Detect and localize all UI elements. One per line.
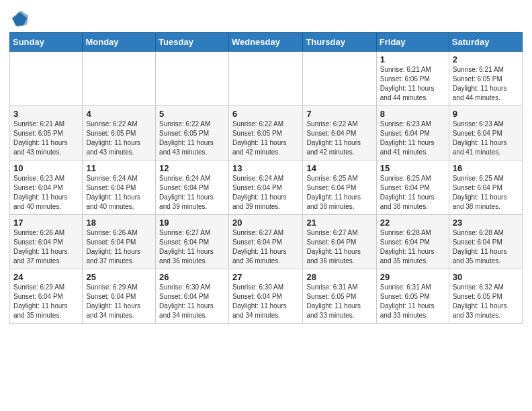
sunset-info: Sunset: 6:04 PM (453, 130, 502, 137)
day-number: 8 (380, 109, 445, 119)
sunrise-info: Sunrise: 6:29 AM (86, 283, 137, 291)
day-number: 30 (453, 272, 519, 282)
daylight-info: Daylight: 11 hours (380, 85, 435, 92)
daylight-minutes: and 33 minutes. (306, 312, 354, 319)
calendar-cell: 11Sunrise: 6:24 AMSunset: 6:04 PMDayligh… (83, 161, 156, 215)
calendar-week-row: 17Sunrise: 6:26 AMSunset: 6:04 PMDayligh… (10, 215, 523, 269)
sunrise-info: Sunrise: 6:21 AM (13, 120, 64, 128)
sunrise-info: Sunrise: 6:27 AM (232, 229, 283, 236)
daylight-minutes: and 44 minutes. (380, 94, 428, 101)
sunset-info: Sunset: 6:05 PM (453, 293, 502, 300)
daylight-info: Daylight: 11 hours (232, 139, 287, 146)
weekday-header-friday: Friday (376, 33, 449, 52)
daylight-minutes: and 37 minutes. (13, 257, 61, 265)
daylight-minutes: and 36 minutes. (232, 257, 280, 265)
sunset-info: Sunset: 6:04 PM (306, 184, 356, 191)
calendar-cell: 9Sunrise: 6:23 AMSunset: 6:04 PMDaylight… (449, 106, 522, 161)
daylight-minutes: and 41 minutes. (380, 148, 428, 156)
calendar-cell: 18Sunrise: 6:26 AMSunset: 6:04 PMDayligh… (83, 215, 156, 269)
calendar-week-row: 10Sunrise: 6:23 AMSunset: 6:04 PMDayligh… (10, 161, 523, 215)
day-number: 4 (86, 109, 152, 119)
day-info: Sunrise: 6:21 AMSunset: 6:06 PMDaylight:… (380, 65, 445, 103)
sunset-info: Sunset: 6:04 PM (232, 293, 282, 300)
day-info: Sunrise: 6:27 AMSunset: 6:04 PMDaylight:… (159, 228, 225, 266)
sunrise-info: Sunrise: 6:23 AM (453, 120, 504, 128)
calendar-cell: 14Sunrise: 6:25 AMSunset: 6:04 PMDayligh… (303, 161, 376, 215)
day-info: Sunrise: 6:29 AMSunset: 6:04 PMDaylight:… (13, 283, 79, 320)
daylight-info: Daylight: 11 hours (13, 248, 68, 255)
daylight-minutes: and 34 minutes. (232, 312, 280, 319)
calendar-cell: 5Sunrise: 6:22 AMSunset: 6:05 PMDaylight… (156, 106, 229, 161)
day-number: 28 (306, 272, 372, 282)
sunset-info: Sunset: 6:04 PM (232, 238, 282, 246)
day-number: 14 (306, 163, 372, 173)
header (9, 7, 523, 28)
weekday-header-thursday: Thursday (303, 33, 376, 52)
day-number: 17 (13, 218, 79, 228)
sunset-info: Sunset: 6:04 PM (380, 238, 430, 246)
weekday-header-saturday: Saturday (449, 33, 522, 52)
day-info: Sunrise: 6:26 AMSunset: 6:04 PMDaylight:… (13, 228, 79, 266)
sunrise-info: Sunrise: 6:22 AM (86, 120, 137, 128)
sunrise-info: Sunrise: 6:27 AM (306, 229, 357, 236)
sunrise-info: Sunrise: 6:23 AM (13, 175, 64, 182)
sunset-info: Sunset: 6:04 PM (380, 184, 430, 191)
daylight-minutes: and 34 minutes. (159, 312, 207, 319)
calendar-cell: 6Sunrise: 6:22 AMSunset: 6:05 PMDaylight… (228, 106, 302, 161)
sunrise-info: Sunrise: 6:24 AM (159, 175, 210, 182)
day-info: Sunrise: 6:24 AMSunset: 6:04 PMDaylight:… (232, 174, 299, 212)
daylight-info: Daylight: 11 hours (86, 193, 140, 201)
sunset-info: Sunset: 6:04 PM (159, 238, 209, 246)
day-info: Sunrise: 6:28 AMSunset: 6:04 PMDaylight:… (380, 228, 445, 266)
daylight-minutes: and 37 minutes. (86, 257, 134, 265)
day-number: 9 (453, 109, 519, 119)
sunset-info: Sunset: 6:04 PM (232, 184, 282, 191)
day-info: Sunrise: 6:25 AMSunset: 6:04 PMDaylight:… (380, 174, 445, 212)
daylight-minutes: and 34 minutes. (86, 312, 134, 319)
sunrise-info: Sunrise: 6:24 AM (86, 175, 137, 182)
calendar-cell: 26Sunrise: 6:30 AMSunset: 6:04 PMDayligh… (156, 269, 229, 324)
day-info: Sunrise: 6:32 AMSunset: 6:05 PMDaylight:… (453, 283, 519, 320)
sunrise-info: Sunrise: 6:24 AM (232, 175, 283, 182)
page: SundayMondayTuesdayWednesdayThursdayFrid… (0, 0, 532, 411)
day-info: Sunrise: 6:22 AMSunset: 6:05 PMDaylight:… (159, 120, 225, 157)
sunrise-info: Sunrise: 6:28 AM (453, 229, 504, 236)
daylight-minutes: and 35 minutes. (453, 257, 500, 265)
sunset-info: Sunset: 6:04 PM (13, 238, 63, 246)
sunrise-info: Sunrise: 6:26 AM (13, 229, 64, 236)
day-number: 19 (159, 218, 225, 228)
calendar-cell: 20Sunrise: 6:27 AMSunset: 6:04 PMDayligh… (228, 215, 302, 269)
weekday-header-wednesday: Wednesday (228, 33, 302, 52)
daylight-info: Daylight: 11 hours (86, 248, 140, 255)
day-number: 7 (306, 109, 372, 119)
calendar-cell: 30Sunrise: 6:32 AMSunset: 6:05 PMDayligh… (449, 269, 522, 324)
day-number: 25 (86, 272, 152, 282)
calendar-cell: 7Sunrise: 6:22 AMSunset: 6:04 PMDaylight… (303, 106, 376, 161)
daylight-info: Daylight: 11 hours (159, 139, 214, 146)
sunset-info: Sunset: 6:05 PM (232, 130, 282, 137)
sunset-info: Sunset: 6:04 PM (86, 184, 136, 191)
sunset-info: Sunset: 6:04 PM (453, 184, 502, 191)
calendar-cell: 12Sunrise: 6:24 AMSunset: 6:04 PMDayligh… (156, 161, 229, 215)
daylight-minutes: and 33 minutes. (380, 312, 428, 319)
day-info: Sunrise: 6:25 AMSunset: 6:04 PMDaylight:… (306, 174, 372, 212)
sunrise-info: Sunrise: 6:32 AM (453, 283, 504, 291)
sunrise-info: Sunrise: 6:30 AM (232, 283, 283, 291)
calendar-cell: 16Sunrise: 6:25 AMSunset: 6:04 PMDayligh… (449, 161, 522, 215)
daylight-info: Daylight: 11 hours (380, 302, 435, 310)
calendar-table: SundayMondayTuesdayWednesdayThursdayFrid… (9, 32, 523, 324)
day-number: 1 (380, 54, 445, 64)
daylight-info: Daylight: 11 hours (159, 248, 214, 255)
calendar-cell: 28Sunrise: 6:31 AMSunset: 6:05 PMDayligh… (303, 269, 376, 324)
calendar-cell: 8Sunrise: 6:23 AMSunset: 6:04 PMDaylight… (376, 106, 449, 161)
sunset-info: Sunset: 6:05 PM (13, 130, 63, 137)
day-info: Sunrise: 6:24 AMSunset: 6:04 PMDaylight:… (86, 174, 152, 212)
daylight-info: Daylight: 11 hours (232, 302, 287, 310)
day-number: 6 (232, 109, 299, 119)
daylight-info: Daylight: 11 hours (306, 248, 361, 255)
day-number: 2 (453, 54, 519, 64)
sunrise-info: Sunrise: 6:23 AM (380, 120, 431, 128)
daylight-minutes: and 38 minutes. (453, 203, 500, 210)
daylight-info: Daylight: 11 hours (159, 193, 214, 201)
daylight-info: Daylight: 11 hours (232, 193, 287, 201)
